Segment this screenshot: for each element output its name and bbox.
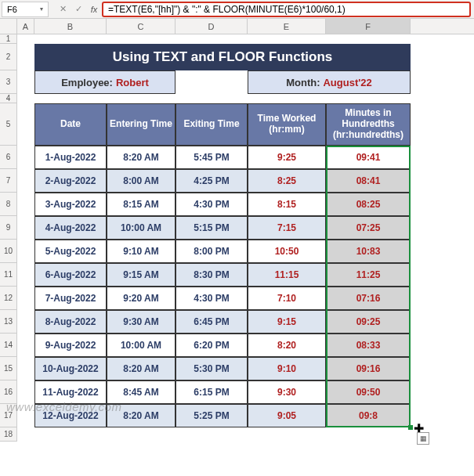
cell-entering[interactable]: 9:10 AM	[107, 240, 175, 263]
row-header[interactable]: 13	[0, 310, 17, 334]
cell-exiting[interactable]: 5:25 PM	[175, 404, 248, 427]
row-header[interactable]: 15	[0, 357, 17, 380]
cell-entering[interactable]: 10:00 AM	[107, 334, 175, 357]
cell-entering[interactable]: 10:00 AM	[107, 216, 175, 240]
cell-worked[interactable]: 7:15	[248, 216, 326, 240]
cell-exiting[interactable]: 5:15 PM	[175, 216, 248, 240]
cell-date[interactable]: 10-Aug-2022	[34, 357, 107, 380]
cell-hundredths[interactable]: 09:8	[326, 404, 411, 427]
cell-hundredths[interactable]: 10:83	[326, 240, 411, 263]
cell-date[interactable]: 2-Aug-2022	[34, 169, 107, 193]
cell-date[interactable]: 6-Aug-2022	[34, 263, 107, 287]
col-header-d[interactable]: D	[175, 19, 248, 34]
cancel-icon[interactable]: ✕	[55, 2, 71, 17]
cell-exiting[interactable]: 6:15 PM	[175, 380, 248, 404]
row-header[interactable]: 3	[0, 70, 17, 94]
cell-worked[interactable]: 9:10	[248, 357, 326, 380]
cell-hundredths[interactable]: 09:41	[326, 146, 411, 169]
row-header[interactable]: 5	[0, 103, 17, 146]
row-header[interactable]: 1	[0, 34, 17, 44]
row-header[interactable]: 2	[0, 44, 17, 70]
cell-entering[interactable]: 9:20 AM	[107, 287, 175, 310]
cell-date[interactable]: 5-Aug-2022	[34, 240, 107, 263]
cell-worked[interactable]: 9:05	[248, 404, 326, 427]
cell-entering[interactable]: 9:30 AM	[107, 310, 175, 334]
row-header[interactable]: 11	[0, 263, 17, 287]
cell-worked[interactable]: 11:15	[248, 263, 326, 287]
row-header[interactable]: 6	[0, 146, 17, 169]
employee-box: Employee: Robert	[34, 70, 175, 94]
formula-text: =TEXT(E6,"[hh]") & ":" & FLOOR(MINUTE(E6…	[108, 4, 346, 15]
row-header[interactable]: 9	[0, 216, 17, 240]
cell-date[interactable]: 1-Aug-2022	[34, 146, 107, 169]
cell-hundredths[interactable]: 11:25	[326, 263, 411, 287]
column-headers: A B C D E F	[0, 19, 474, 34]
row-header[interactable]: 7	[0, 169, 17, 193]
cell-entering[interactable]: 8:45 AM	[107, 380, 175, 404]
th-exiting: Exiting Time	[175, 103, 248, 146]
row-header[interactable]: 14	[0, 334, 17, 357]
enter-icon[interactable]: ✓	[71, 2, 86, 17]
cell-worked[interactable]: 9:30	[248, 380, 326, 404]
sheet-area[interactable]: 1 2 Using TEXT and FLOOR Functions 3 Emp…	[0, 34, 474, 442]
cell-worked[interactable]: 8:15	[248, 193, 326, 216]
cell-date[interactable]: 3-Aug-2022	[34, 193, 107, 216]
cell-hundredths[interactable]: 09:25	[326, 310, 411, 334]
col-header-b[interactable]: B	[34, 19, 107, 34]
row-header[interactable]: 18	[0, 427, 17, 442]
row-header[interactable]: 17	[0, 404, 17, 427]
cell-worked[interactable]: 9:15	[248, 310, 326, 334]
cell-hundredths[interactable]: 08:25	[326, 193, 411, 216]
col-header-a[interactable]: A	[17, 19, 34, 34]
col-header-f[interactable]: F	[326, 19, 411, 34]
cell-hundredths[interactable]: 08:41	[326, 169, 411, 193]
cell-worked[interactable]: 9:25	[248, 146, 326, 169]
cell-entering[interactable]: 9:15 AM	[107, 263, 175, 287]
cell-entering[interactable]: 8:15 AM	[107, 193, 175, 216]
cell-date[interactable]: 12-Aug-2022	[34, 404, 107, 427]
cell-exiting[interactable]: 8:00 PM	[175, 240, 248, 263]
cell-exiting[interactable]: 4:30 PM	[175, 287, 248, 310]
row-header[interactable]: 16	[0, 380, 17, 404]
cell-date[interactable]: 4-Aug-2022	[34, 216, 107, 240]
cell-exiting[interactable]: 5:45 PM	[175, 146, 248, 169]
cell-date[interactable]: 11-Aug-2022	[34, 380, 107, 404]
cell-exiting[interactable]: 6:45 PM	[175, 310, 248, 334]
cell-hundredths[interactable]: 08:33	[326, 334, 411, 357]
cell-entering[interactable]: 8:20 AM	[107, 146, 175, 169]
row-header[interactable]: 8	[0, 193, 17, 216]
col-header-c[interactable]: C	[107, 19, 175, 34]
th-date: Date	[34, 103, 107, 146]
cell-worked[interactable]: 7:10	[248, 287, 326, 310]
cell-entering[interactable]: 8:00 AM	[107, 169, 175, 193]
cell-hundredths[interactable]: 07:25	[326, 216, 411, 240]
cell-exiting[interactable]: 4:25 PM	[175, 169, 248, 193]
cell-hundredths[interactable]: 09:50	[326, 380, 411, 404]
cell-hundredths[interactable]: 07:16	[326, 287, 411, 310]
cell-exiting[interactable]: 4:30 PM	[175, 193, 248, 216]
employee-value: Robert	[116, 77, 149, 88]
chevron-down-icon[interactable]: ▾	[40, 5, 43, 13]
formula-bar[interactable]: =TEXT(E6,"[hh]") & ":" & FLOOR(MINUTE(E6…	[102, 2, 471, 17]
fx-icon[interactable]: fx	[86, 2, 102, 17]
cell-exiting[interactable]: 6:20 PM	[175, 334, 248, 357]
month-value: August'22	[323, 77, 371, 88]
cell-worked[interactable]: 8:20	[248, 334, 326, 357]
cell-worked[interactable]: 10:50	[248, 240, 326, 263]
cell-hundredths[interactable]: 09:16	[326, 357, 411, 380]
row-header[interactable]: 4	[0, 94, 17, 103]
row-header[interactable]: 12	[0, 287, 17, 310]
row-header[interactable]: 10	[0, 240, 17, 263]
cell-date[interactable]: 8-Aug-2022	[34, 310, 107, 334]
cell-worked[interactable]: 8:25	[248, 169, 326, 193]
name-box[interactable]: F6 ▾	[2, 2, 49, 17]
cell-exiting[interactable]: 5:30 PM	[175, 357, 248, 380]
cell-date[interactable]: 9-Aug-2022	[34, 334, 107, 357]
col-header-e[interactable]: E	[248, 19, 326, 34]
select-all-corner[interactable]	[0, 19, 17, 34]
cell-entering[interactable]: 8:20 AM	[107, 404, 175, 427]
cell-entering[interactable]: 8:20 AM	[107, 357, 175, 380]
autofill-options-icon[interactable]: ▦	[417, 432, 429, 445]
cell-exiting[interactable]: 8:30 PM	[175, 263, 248, 287]
cell-date[interactable]: 7-Aug-2022	[34, 287, 107, 310]
